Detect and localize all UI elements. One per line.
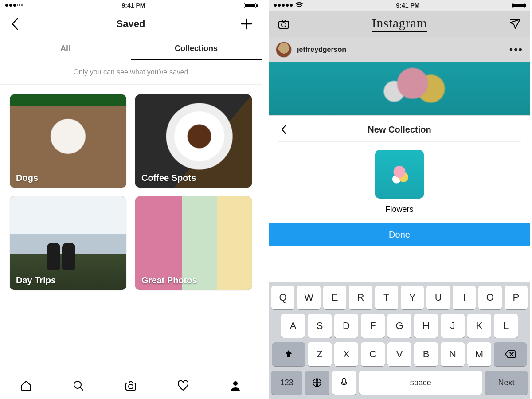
collection-preview-thumb bbox=[375, 150, 424, 199]
feed-post-header: jeffreydgerson ••• bbox=[269, 37, 530, 62]
key-c[interactable]: C bbox=[361, 342, 385, 366]
key-a[interactable]: A bbox=[281, 314, 305, 338]
key-o[interactable]: O bbox=[478, 286, 501, 309]
svg-rect-7 bbox=[343, 378, 345, 383]
status-time: 9:41 PM bbox=[122, 2, 145, 9]
collection-label: Great Photos bbox=[141, 275, 197, 286]
feed-username[interactable]: jeffreydgerson bbox=[297, 46, 346, 54]
key-g[interactable]: G bbox=[387, 314, 411, 338]
search-icon[interactable] bbox=[72, 379, 85, 392]
key-u[interactable]: U bbox=[426, 286, 450, 309]
new-collection-sheet: New Collection bbox=[269, 115, 530, 223]
signal-dots-icon bbox=[5, 4, 23, 7]
status-bar: 9:41 PM bbox=[0, 0, 262, 11]
add-plus-icon[interactable] bbox=[240, 18, 253, 30]
key-q[interactable]: Q bbox=[271, 286, 294, 309]
key-w[interactable]: W bbox=[297, 286, 320, 309]
key-e[interactable]: E bbox=[323, 286, 346, 309]
more-dots-icon[interactable]: ••• bbox=[509, 43, 523, 56]
keyboard-row-3: Z X C V B N M bbox=[271, 342, 528, 366]
ios-keyboard: Q W E R T Y U I O P A S D F G H J K L bbox=[269, 282, 530, 399]
key-m[interactable]: M bbox=[467, 342, 491, 366]
key-i[interactable]: I bbox=[453, 286, 476, 309]
privacy-notice: Only you can see what you've saved bbox=[0, 60, 262, 85]
next-key[interactable]: Next bbox=[485, 371, 528, 395]
key-x[interactable]: X bbox=[334, 342, 358, 366]
keyboard-done-button[interactable]: Done bbox=[269, 223, 530, 246]
svg-point-2 bbox=[129, 384, 133, 389]
keyboard-row-4: 123 space Next bbox=[271, 371, 528, 395]
back-chevron-icon[interactable] bbox=[278, 123, 290, 136]
status-bar: 9:41 PM bbox=[269, 0, 530, 11]
svg-point-5 bbox=[282, 23, 286, 27]
key-b[interactable]: B bbox=[414, 342, 438, 366]
avatar[interactable] bbox=[276, 42, 292, 58]
home-icon[interactable] bbox=[20, 379, 32, 392]
signal-dots-icon bbox=[274, 4, 293, 7]
phone-new-collection: 9:41 PM Instagram jeffreydgerson ••• bbox=[269, 0, 530, 399]
key-n[interactable]: N bbox=[441, 342, 465, 366]
collection-label: Coffee Spots bbox=[141, 173, 196, 183]
tab-all[interactable]: All bbox=[0, 37, 131, 60]
key-s[interactable]: S bbox=[308, 314, 332, 338]
mic-key-icon[interactable] bbox=[332, 371, 356, 395]
nav-bar: Saved bbox=[0, 11, 262, 37]
battery-icon bbox=[512, 3, 525, 8]
keyboard-row-2: A S D F G H J K L bbox=[271, 314, 528, 338]
key-j[interactable]: J bbox=[441, 314, 465, 338]
key-y[interactable]: Y bbox=[401, 286, 424, 309]
key-k[interactable]: K bbox=[467, 314, 491, 338]
key-r[interactable]: R bbox=[349, 286, 372, 309]
instagram-logo: Instagram bbox=[372, 16, 427, 32]
instagram-nav: Instagram bbox=[269, 11, 530, 37]
tabs: All Collections bbox=[0, 37, 262, 60]
key-l[interactable]: L bbox=[494, 314, 518, 338]
key-z[interactable]: Z bbox=[308, 342, 332, 366]
space-key[interactable]: space bbox=[359, 371, 482, 395]
collection-card[interactable]: Coffee Spots bbox=[135, 94, 252, 188]
wifi-icon bbox=[295, 2, 303, 8]
globe-key-icon[interactable] bbox=[305, 371, 329, 395]
collections-grid: Dogs Coffee Spots Day Trips Great Photos bbox=[0, 85, 262, 300]
collection-card[interactable]: Dogs bbox=[10, 94, 126, 188]
key-d[interactable]: D bbox=[334, 314, 358, 338]
feed-post-image[interactable] bbox=[269, 62, 530, 115]
back-chevron-icon[interactable] bbox=[9, 18, 21, 30]
sheet-title: New Collection bbox=[368, 125, 431, 135]
backspace-key-icon[interactable] bbox=[494, 342, 527, 366]
key-t[interactable]: T bbox=[375, 286, 398, 309]
collection-card[interactable]: Great Photos bbox=[135, 196, 252, 289]
collection-card[interactable]: Day Trips bbox=[10, 196, 126, 289]
key-f[interactable]: F bbox=[361, 314, 385, 338]
camera-icon[interactable] bbox=[125, 379, 137, 392]
bottom-tab-bar bbox=[0, 372, 262, 399]
tab-collections[interactable]: Collections bbox=[131, 37, 262, 60]
svg-point-3 bbox=[233, 381, 238, 386]
key-p[interactable]: P bbox=[505, 286, 528, 309]
battery-icon bbox=[244, 3, 256, 8]
activity-heart-icon[interactable] bbox=[177, 379, 189, 392]
numbers-key[interactable]: 123 bbox=[271, 371, 302, 395]
key-h[interactable]: H bbox=[414, 314, 438, 338]
keyboard-row-1: Q W E R T Y U I O P bbox=[271, 286, 528, 309]
status-time: 9:41 PM bbox=[396, 2, 420, 9]
direct-send-icon[interactable] bbox=[509, 18, 521, 30]
shift-key-icon[interactable] bbox=[272, 342, 305, 366]
key-v[interactable]: V bbox=[387, 342, 411, 366]
collection-name-input[interactable] bbox=[345, 203, 454, 216]
phone-saved-collections: 9:41 PM Saved All Collections Only you c… bbox=[0, 0, 262, 399]
camera-icon[interactable] bbox=[278, 18, 290, 30]
collection-label: Dogs bbox=[16, 173, 38, 183]
collection-label: Day Trips bbox=[16, 275, 56, 286]
profile-icon[interactable] bbox=[229, 379, 242, 392]
page-title: Saved bbox=[117, 18, 145, 30]
